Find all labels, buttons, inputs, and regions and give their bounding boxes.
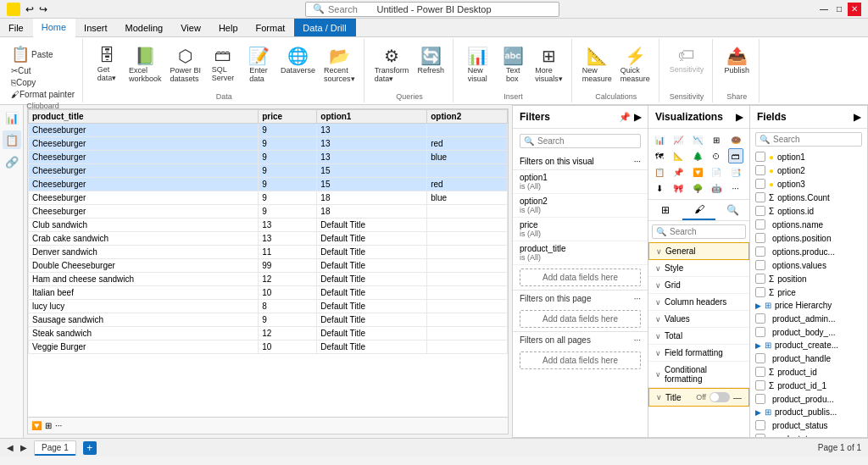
field-product-create[interactable]: ▶ ⊞ product_create...	[750, 339, 867, 352]
copy-btn[interactable]: ⎘ Copy	[8, 77, 59, 88]
dataverse-btn[interactable]: 🌐 Dataverse	[277, 44, 319, 76]
viz-tab-format[interactable]: 🖌	[682, 200, 716, 220]
field-product-body[interactable]: product_body_...	[750, 325, 867, 339]
field-product-publis-expand[interactable]: ▶	[755, 408, 761, 417]
field-product-admin[interactable]: product_admin...	[750, 312, 867, 325]
field-product-id-1-checkbox[interactable]	[755, 380, 765, 390]
viz-decomp[interactable]: 🌳	[690, 180, 705, 196]
field-product-handle[interactable]: product_handle	[750, 352, 867, 365]
viz-tab-analytics[interactable]: 🔍	[715, 200, 749, 220]
table-row[interactable]: Cheeseburger918blue	[29, 191, 508, 205]
text-box-btn[interactable]: 🔤 Textbox	[496, 44, 530, 85]
field-position-checkbox[interactable]	[755, 274, 765, 284]
filter-option2[interactable]: option2 is (All)	[513, 194, 648, 218]
filter-icon[interactable]: 🔽	[31, 421, 42, 430]
filter-price[interactable]: price is (All)	[513, 218, 648, 241]
field-product-id-checkbox[interactable]	[755, 367, 765, 377]
fields-expand-icon[interactable]: ▶	[854, 112, 860, 123]
table-row[interactable]: Crab cake sandwich13Default Title	[29, 232, 508, 246]
viz-treemap[interactable]: 🌲	[690, 148, 705, 163]
table-row[interactable]: Club sandwich13Default Title	[29, 219, 508, 232]
viz-area-chart[interactable]: 📉	[690, 132, 705, 147]
tab-modeling[interactable]: Modeling	[117, 19, 173, 36]
field-options-values[interactable]: options.values	[750, 258, 867, 272]
viz-expand-icon[interactable]: ▶	[736, 112, 743, 123]
viz-table[interactable]: 🗃	[728, 148, 743, 163]
field-options-produc-checkbox[interactable]	[755, 246, 765, 257]
filter-search-input[interactable]	[537, 136, 637, 146]
filters-on-page-more[interactable]: ···	[634, 294, 641, 303]
field-option3[interactable]: ● option3	[750, 177, 867, 191]
viz-multi-card[interactable]: 📑	[728, 164, 743, 180]
field-product-produ[interactable]: product_produ...	[750, 392, 867, 406]
quick-measure-btn[interactable]: ⚡ Quickmeasure	[617, 44, 654, 85]
nav-next[interactable]: ▶	[20, 443, 27, 452]
viz-scatter[interactable]: ⊞	[709, 132, 724, 147]
table-row[interactable]: Cheeseburger915red	[29, 178, 508, 191]
expand-icon[interactable]: ⊞	[45, 421, 52, 430]
filter-pin-icon[interactable]: 📌	[619, 112, 631, 123]
viz-tab-fields[interactable]: ⊞	[648, 200, 682, 220]
field-product-publis[interactable]: ▶ ⊞ product_publis...	[750, 406, 867, 418]
field-product-body-checkbox[interactable]	[755, 327, 765, 337]
viz-pie[interactable]: 🍩	[728, 132, 743, 147]
field-options-produc[interactable]: options.produc...	[750, 245, 867, 258]
field-product-status-checkbox[interactable]	[755, 420, 765, 430]
format-grid[interactable]: ∨ Grid	[648, 277, 749, 294]
field-options-position-checkbox[interactable]	[755, 233, 765, 243]
tab-insert[interactable]: Insert	[75, 19, 117, 36]
field-price[interactable]: Σ price	[750, 285, 867, 299]
viz-ai[interactable]: 🤖	[709, 180, 724, 196]
table-row[interactable]: Italian beef10Default Title	[29, 286, 508, 300]
tab-home[interactable]: Home	[33, 19, 75, 37]
field-price-hierarchy[interactable]: ▶ ⊞ price Hierarchy	[750, 299, 867, 312]
viz-format-search-box[interactable]: 🔍	[652, 224, 746, 239]
transform-btn[interactable]: ⚙ Transformdata▾	[371, 44, 413, 85]
sensitivity-btn[interactable]: 🏷 Sensitivity	[666, 44, 708, 75]
field-price-hierarchy-expand[interactable]: ▶	[755, 302, 761, 310]
filters-on-all-more[interactable]: ···	[634, 335, 641, 345]
filter-expand-icon[interactable]: ▶	[634, 112, 641, 123]
field-options-id-checkbox[interactable]	[755, 206, 765, 216]
fields-search-box[interactable]: 🔍	[755, 132, 862, 147]
powerbi-datasets-btn[interactable]: ⬡ Power BIdatasets	[167, 44, 205, 85]
field-option3-checkbox[interactable]	[755, 179, 765, 189]
viz-waterfall[interactable]: ⬇	[652, 180, 667, 196]
field-product-create-expand[interactable]: ▶	[755, 341, 761, 350]
new-visual-btn[interactable]: 📊 Newvisual	[460, 44, 494, 85]
sql-btn[interactable]: 🗃 SQLServer	[206, 44, 240, 84]
format-general[interactable]: ∨ General	[648, 242, 749, 260]
viz-funnel[interactable]: 📐	[670, 148, 686, 163]
field-product-produ-checkbox[interactable]	[755, 394, 765, 404]
field-position[interactable]: Σ position	[750, 272, 867, 285]
undo-btn[interactable]: ↩	[25, 3, 34, 15]
page-1-tab[interactable]: Page 1	[34, 440, 76, 456]
refresh-btn[interactable]: 🔄 Refresh	[414, 44, 448, 76]
table-row[interactable]: Double Cheeseburger99Default Title	[29, 259, 508, 273]
col-header-option1[interactable]: option1	[317, 110, 427, 124]
table-row[interactable]: lucy lucy8Default Title	[29, 300, 508, 313]
viz-bar-chart[interactable]: 📊	[652, 132, 667, 147]
tab-help[interactable]: Help	[210, 19, 248, 36]
viz-card[interactable]: 📄	[709, 164, 724, 180]
minimize-btn[interactable]: —	[817, 3, 831, 16]
field-price-checkbox[interactable]	[755, 287, 765, 297]
format-painter-btn[interactable]: 🖌 Format painter	[8, 89, 77, 100]
field-product-tags-checkbox[interactable]	[755, 434, 765, 437]
field-option2-checkbox[interactable]	[755, 165, 765, 175]
field-options-position[interactable]: options.position	[750, 231, 867, 245]
filter-add-fields-all[interactable]: Add data fields here	[520, 352, 641, 369]
tab-format[interactable]: Format	[248, 19, 295, 36]
viz-matrix[interactable]: 📋	[652, 164, 667, 180]
table-row[interactable]: Cheeseburger913	[29, 124, 508, 137]
filters-on-visual-more[interactable]: ···	[634, 157, 641, 166]
field-options-values-checkbox[interactable]	[755, 260, 765, 270]
field-option2[interactable]: ● option2	[750, 163, 867, 177]
field-options-name-checkbox[interactable]	[755, 219, 765, 230]
publish-btn[interactable]: 📤 Publish	[720, 44, 754, 76]
tab-file[interactable]: File	[0, 19, 33, 36]
nav-prev[interactable]: ◀	[7, 443, 14, 452]
close-btn[interactable]: ✕	[848, 3, 861, 16]
col-header-option2[interactable]: option2	[427, 110, 508, 124]
model-view-btn[interactable]: 🔗	[3, 152, 21, 171]
